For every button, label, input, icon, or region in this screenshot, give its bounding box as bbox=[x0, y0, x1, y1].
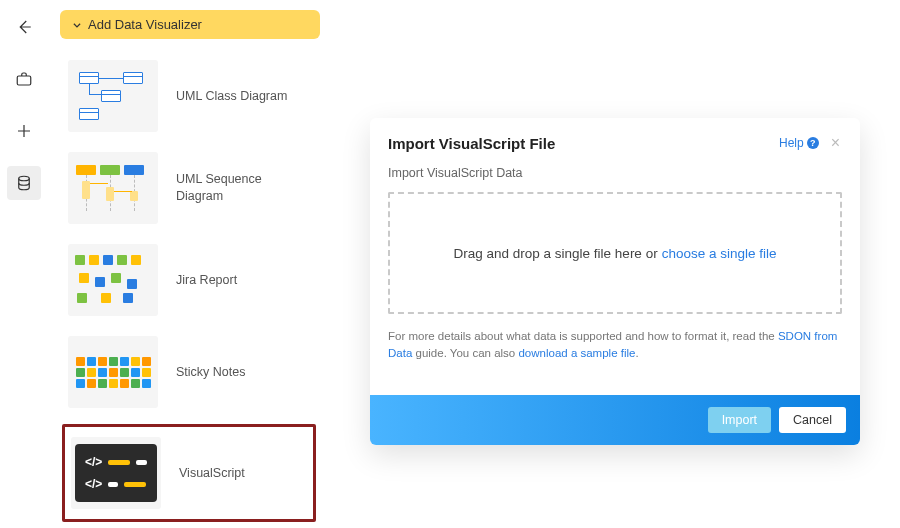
left-rail bbox=[0, 0, 48, 528]
modal-title: Import VisualScript File bbox=[388, 135, 555, 152]
details-suffix: . bbox=[635, 347, 638, 359]
import-button[interactable]: Import bbox=[708, 407, 771, 433]
arrow-left-icon bbox=[15, 18, 33, 36]
thumb-uml-sequence bbox=[68, 152, 158, 224]
visualizer-item-jira[interactable]: Jira Report bbox=[62, 234, 316, 326]
thumb-jira bbox=[68, 244, 158, 316]
visualizer-item-uml-sequence[interactable]: UML Sequence Diagram bbox=[62, 142, 316, 234]
back-button[interactable] bbox=[7, 10, 41, 44]
item-label: VisualScript bbox=[179, 465, 245, 482]
visualizer-item-sticky[interactable]: Sticky Notes bbox=[62, 326, 316, 418]
item-label: Sticky Notes bbox=[176, 364, 245, 381]
thumb-uml-class bbox=[68, 60, 158, 132]
help-link[interactable]: Help ? bbox=[779, 136, 819, 150]
toolbox-button[interactable] bbox=[7, 62, 41, 96]
import-visualscript-modal: Import VisualScript File Help ? × Import… bbox=[370, 118, 860, 445]
details-text: For more details about what data is supp… bbox=[388, 328, 842, 363]
cancel-button[interactable]: Cancel bbox=[779, 407, 846, 433]
panel-title: Add Data Visualizer bbox=[88, 17, 202, 32]
thumb-visualscript: </> </> bbox=[71, 437, 161, 509]
modal-body: Import VisualScript Data Drag and drop a… bbox=[370, 162, 860, 377]
details-prefix: For more details about what data is supp… bbox=[388, 330, 778, 342]
plus-icon bbox=[15, 122, 33, 140]
modal-footer: Import Cancel bbox=[370, 395, 860, 445]
item-label: UML Sequence Diagram bbox=[176, 171, 310, 205]
item-label: Jira Report bbox=[176, 272, 237, 289]
file-dropzone[interactable]: Drag and drop a single file here or choo… bbox=[388, 192, 842, 314]
add-button[interactable] bbox=[7, 114, 41, 148]
panel-scroll[interactable]: UML Class Diagram UML Sequence Diagram bbox=[60, 42, 320, 528]
close-icon[interactable]: × bbox=[829, 134, 842, 152]
item-label: UML Class Diagram bbox=[176, 88, 287, 105]
briefcase-icon bbox=[15, 70, 33, 88]
visualizer-item-visualscript[interactable]: </> </> VisualScript bbox=[62, 424, 316, 522]
dropzone-text: Drag and drop a single file here or bbox=[454, 246, 658, 261]
details-middle: guide. You can also bbox=[412, 347, 518, 359]
modal-subtitle: Import VisualScript Data bbox=[388, 166, 842, 180]
data-button[interactable] bbox=[7, 166, 41, 200]
svg-rect-0 bbox=[17, 76, 31, 85]
panel-header[interactable]: Add Data Visualizer bbox=[60, 10, 320, 39]
help-label: Help bbox=[779, 136, 804, 150]
modal-header: Import VisualScript File Help ? × bbox=[370, 118, 860, 162]
svg-point-1 bbox=[19, 176, 30, 181]
visualizer-item-uml-class[interactable]: UML Class Diagram bbox=[62, 50, 316, 142]
help-icon: ? bbox=[807, 137, 819, 149]
thumb-sticky bbox=[68, 336, 158, 408]
chevron-down-icon bbox=[72, 20, 82, 30]
download-sample-link[interactable]: download a sample file bbox=[518, 347, 635, 359]
choose-file-link[interactable]: choose a single file bbox=[662, 246, 777, 261]
visualizer-panel: Add Data Visualizer UML Class Diagram bbox=[60, 0, 320, 528]
database-icon bbox=[15, 174, 33, 192]
